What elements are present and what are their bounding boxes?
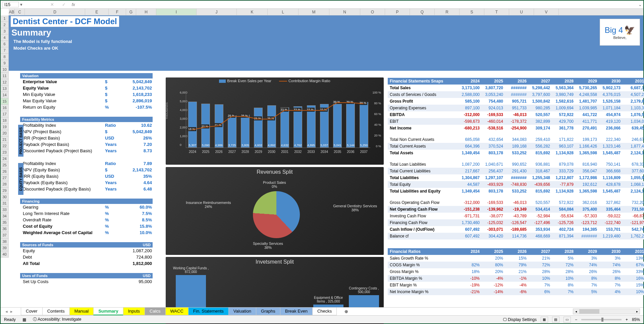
col-header-F[interactable]: F: [109, 9, 126, 15]
row-header-19[interactable]: 19: [1, 124, 8, 130]
row-header-11[interactable]: 11: [1, 73, 8, 79]
row-header-15[interactable]: 15: [1, 98, 8, 105]
row-header-10[interactable]: 10: [1, 66, 8, 73]
data-row: Gearing%60.0%: [20, 204, 153, 210]
row-header-7[interactable]: 7: [1, 47, 8, 54]
row-headers[interactable]: 1234678910111213141516171819202122232425…: [1, 15, 9, 258]
tab-checks[interactable]: Checks: [312, 308, 337, 315]
row-header-22[interactable]: 22: [1, 143, 8, 149]
col-header-D[interactable]: D: [25, 9, 85, 15]
col-header-J[interactable]: J: [197, 9, 237, 15]
normal-view-icon[interactable]: ▦: [541, 317, 548, 323]
tab-valuation[interactable]: Valuation: [228, 308, 256, 315]
uses-header: Uses of FundsUSD: [20, 273, 153, 278]
add-sheet-icon[interactable]: ⊕: [340, 308, 353, 315]
zoom-level[interactable]: 85%: [632, 317, 640, 322]
accessibility-status[interactable]: ⓘ Accessibility: Investigate: [33, 317, 82, 322]
row-header-24[interactable]: 24: [1, 156, 8, 162]
row-header-14[interactable]: 14: [1, 92, 8, 98]
tab-fin--statements[interactable]: Fin. Statements: [188, 308, 229, 315]
col-header-O[interactable]: O: [360, 9, 385, 15]
expand-formula-icon[interactable]: ⌄: [637, 2, 643, 7]
zoom-slider[interactable]: [581, 319, 622, 320]
row-header-6[interactable]: 6: [1, 41, 8, 47]
row-header-2[interactable]: 2: [1, 22, 8, 28]
tab-summary[interactable]: Summary: [93, 308, 123, 315]
row-header-27[interactable]: 27: [1, 175, 8, 181]
row-header-16[interactable]: 16: [1, 105, 8, 111]
row-header-12[interactable]: 12: [1, 79, 8, 86]
tab-break-even[interactable]: Break Even: [280, 308, 313, 315]
row-header-40[interactable]: 40: [1, 251, 8, 258]
row-header-8[interactable]: 8: [1, 54, 8, 60]
col-header-AB[interactable]: AB: [9, 9, 15, 15]
col-header-M[interactable]: M: [299, 9, 329, 15]
col-header-I[interactable]: I: [156, 9, 197, 15]
row-header-28[interactable]: 28: [1, 181, 8, 187]
zoom-out[interactable]: −: [575, 317, 577, 322]
pie-label-prod: Product Sales0%: [263, 180, 286, 188]
row-header-9[interactable]: 9: [1, 60, 8, 66]
row-header-17[interactable]: 17: [1, 111, 8, 117]
row-header-35[interactable]: 35: [1, 219, 8, 226]
row-header-39[interactable]: 39: [1, 245, 8, 251]
horizontal-scrollbar[interactable]: ◂▸: [573, 309, 640, 314]
row-header-29[interactable]: 29: [1, 187, 8, 194]
row-header-21[interactable]: 21: [1, 137, 8, 143]
spreadsheet-grid[interactable]: ABCDEFGHIJKLMNOPQRSTUV 12346789101112131…: [1, 9, 643, 303]
data-row: Weighted Average Cost of Capital%10.0%: [20, 229, 153, 236]
row-header-37[interactable]: 37: [1, 232, 8, 238]
data-row: Discounted Payback (Project Basis)Years8…: [20, 148, 153, 154]
row-header-13[interactable]: 13: [1, 86, 8, 92]
row-header-1[interactable]: 1: [1, 15, 8, 22]
page-layout-icon[interactable]: ▤: [552, 317, 559, 323]
col-header-R[interactable]: R: [435, 9, 460, 15]
tab-wacc[interactable]: WACC: [165, 308, 189, 315]
row-header-34[interactable]: 34: [1, 213, 8, 219]
col-header-V[interactable]: V: [534, 9, 559, 15]
row-header-20[interactable]: 20: [1, 130, 8, 137]
page-break-icon[interactable]: ▭: [564, 317, 571, 323]
row-header-25[interactable]: 25: [1, 162, 8, 168]
col-header-H[interactable]: H: [136, 9, 156, 15]
row-header-23[interactable]: 23: [1, 149, 8, 156]
row-header-30[interactable]: 30: [1, 194, 8, 200]
tab-inputs[interactable]: Inputs: [123, 308, 145, 315]
fx-icon[interactable]: fx: [72, 2, 75, 7]
col-header-C[interactable]: C: [15, 9, 25, 15]
tab-cover[interactable]: Cover: [21, 308, 43, 315]
macro-icon[interactable]: ▦: [22, 317, 26, 322]
row-header-18[interactable]: 18: [1, 117, 8, 124]
name-box-dropdown-icon[interactable]: ▾: [19, 2, 23, 7]
col-header-T[interactable]: T: [484, 9, 509, 15]
row-header-31[interactable]: 31: [1, 200, 8, 207]
column-headers[interactable]: ABCDEFGHIJKLMNOPQRSTUV: [9, 9, 643, 15]
row-header-38[interactable]: 38: [1, 238, 8, 245]
tab-graphs[interactable]: Graphs: [256, 308, 280, 315]
col-header-S[interactable]: S: [460, 9, 484, 15]
row-header-3[interactable]: 3: [1, 28, 8, 35]
col-header-L[interactable]: L: [268, 9, 299, 15]
zoom-in[interactable]: +: [626, 317, 628, 322]
tab-calcs[interactable]: Calcs: [145, 308, 166, 315]
row-header-26[interactable]: 26: [1, 168, 8, 175]
tab-nav-arrows[interactable]: ◂▸: [1, 309, 14, 314]
col-header-P[interactable]: P: [385, 9, 410, 15]
fin-row: Investing Cash Flow-971,731-38,077-43,78…: [388, 213, 644, 219]
tab-manual[interactable]: Manual: [69, 308, 94, 315]
note-1: The Model is fully functional: [11, 39, 74, 44]
col-header-U[interactable]: U: [509, 9, 534, 15]
row-header-36[interactable]: 36: [1, 226, 8, 232]
col-header-Q[interactable]: Q: [410, 9, 435, 15]
row-header-4[interactable]: 4: [1, 35, 8, 41]
col-header-E[interactable]: E: [85, 9, 109, 15]
col-header-G[interactable]: G: [126, 9, 136, 15]
display-settings[interactable]: 🖵 Display Settings: [503, 317, 537, 322]
name-box[interactable]: I15: [2, 2, 19, 7]
col-header-K[interactable]: K: [237, 9, 268, 15]
row-header-33[interactable]: 33: [1, 207, 8, 213]
col-header-N[interactable]: N: [329, 9, 360, 15]
data-row: Equity Value$2,143,702: [20, 85, 153, 91]
fin-row: Gross Operating Cash Flow-312,000-169,53…: [388, 199, 644, 206]
tab-contents[interactable]: Contents: [42, 308, 70, 315]
